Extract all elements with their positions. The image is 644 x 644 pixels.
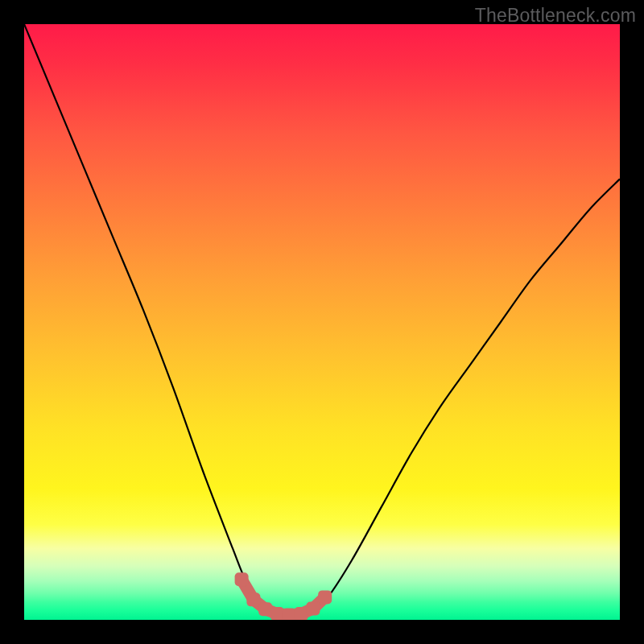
plot-area — [24, 24, 620, 620]
optimal-marker — [246, 592, 260, 606]
optimal-marker — [258, 602, 272, 616]
marker-group — [235, 572, 332, 620]
optimal-marker — [318, 590, 332, 604]
optimal-marker — [295, 607, 308, 620]
optimal-marker — [306, 601, 320, 615]
optimal-marker — [270, 607, 284, 620]
optimal-band-markers — [24, 24, 620, 620]
watermark-label: TheBottleneck.com — [475, 5, 636, 27]
chart-outer-frame: TheBottleneck.com — [0, 0, 644, 644]
optimal-marker — [235, 572, 249, 586]
optimal-marker — [283, 609, 296, 620]
